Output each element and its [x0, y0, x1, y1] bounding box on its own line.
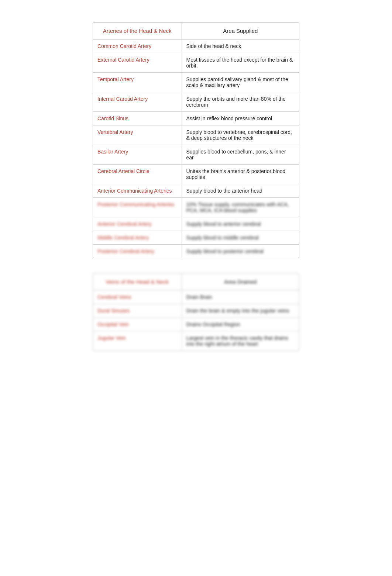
area-supplied: Most tissues of the head except for the … — [182, 53, 299, 73]
artery-name: Common Carotid Artery — [93, 39, 182, 53]
table-row: Common Carotid ArterySide of the head & … — [93, 39, 299, 53]
table1-wrapper: Arteries of the Head & Neck Area Supplie… — [93, 22, 299, 258]
table-row: Temporal ArterySupplies parotid salivary… — [93, 73, 299, 92]
area-supplied: 10% Tissue supply, communicates with ACA… — [182, 198, 299, 217]
artery-name: Cerebral Arterial Circle — [93, 165, 182, 184]
vein-name: Jugular Vein — [93, 331, 182, 351]
artery-name: External Carotid Artery — [93, 53, 182, 73]
table-row: Internal Carotid ArterySupply the orbits… — [93, 92, 299, 112]
table-row: Occipital VeinDrains Occipital Region — [93, 318, 299, 331]
artery-name: Anterior Communicating Arteries — [93, 184, 182, 198]
area-supplied: Supply blood to anterior cerebral — [182, 217, 299, 231]
vein-name: Dural Sinuses — [93, 304, 182, 318]
area-drained: Drains Occipital Region — [182, 318, 299, 331]
table-row: Carotid SinusAssist in reflex blood pres… — [93, 112, 299, 125]
area-supplied: Supply blood to middle cerebral — [182, 231, 299, 245]
table1-col1-header: Arteries of the Head & Neck — [93, 23, 182, 39]
area-supplied: Supply blood to vertebrae, cerebrospinal… — [182, 125, 299, 145]
artery-name: Posterior Communicating Arteries — [93, 198, 182, 217]
table-row: Dural SinusesDrain the brain & empty int… — [93, 304, 299, 318]
area-supplied: Side of the head & neck — [182, 39, 299, 53]
artery-name: Temporal Artery — [93, 73, 182, 92]
table-row: Anterior Cerebral ArterySupply blood to … — [93, 217, 299, 231]
table-row: Vertebral ArterySupply blood to vertebra… — [93, 125, 299, 145]
table1-col2-header: Area Supplied — [182, 23, 299, 39]
area-supplied: Supply blood to the anterior head — [182, 184, 299, 198]
table-row: Anterior Communicating ArteriesSupply bl… — [93, 184, 299, 198]
table-row: Cerebral VeinsDrain Brain — [93, 290, 299, 304]
table2-col1-header: Veins of the Head & Neck — [93, 273, 182, 290]
area-drained: Drain Brain — [182, 290, 299, 304]
area-supplied: Unites the brain's anterior & posterior … — [182, 165, 299, 184]
arteries-table: Arteries of the Head & Neck Area Supplie… — [93, 23, 299, 258]
table-row: Cerebral Arterial CircleUnites the brain… — [93, 165, 299, 184]
table-row: Basilar ArterySupplies blood to cerebell… — [93, 145, 299, 165]
table-row: Jugular VeinLargest vein in the thoracic… — [93, 331, 299, 351]
table-row: External Carotid ArteryMost tissues of t… — [93, 53, 299, 73]
page-container: Arteries of the Head & Neck Area Supplie… — [15, 22, 377, 351]
area-supplied: Assist in reflex blood pressure control — [182, 112, 299, 125]
area-drained: Drain the brain & empty into the jugular… — [182, 304, 299, 318]
table-row: Posterior Communicating Arteries10% Tiss… — [93, 198, 299, 217]
table-row: Posterior Cerebral ArterySupply blood to… — [93, 245, 299, 258]
artery-name: Basilar Artery — [93, 145, 182, 165]
artery-name: Internal Carotid Artery — [93, 92, 182, 112]
area-supplied: Supplies blood to cerebellum, pons, & in… — [182, 145, 299, 165]
artery-name: Carotid Sinus — [93, 112, 182, 125]
artery-name: Anterior Cerebral Artery — [93, 217, 182, 231]
area-supplied: Supply the orbits and more than 80% of t… — [182, 92, 299, 112]
table-row: Middle Cerebral ArterySupply blood to mi… — [93, 231, 299, 245]
area-supplied: Supplies parotid salivary gland & most o… — [182, 73, 299, 92]
artery-name: Posterior Cerebral Artery — [93, 245, 182, 258]
veins-table: Veins of the Head & Neck Area Drained Ce… — [93, 273, 299, 351]
artery-name: Middle Cerebral Artery — [93, 231, 182, 245]
artery-name: Vertebral Artery — [93, 125, 182, 145]
area-drained: Largest vein in the thoracic cavity that… — [182, 331, 299, 351]
area-supplied: Supply blood to posterior cerebral — [182, 245, 299, 258]
table2-col2-header: Area Drained — [182, 273, 299, 290]
table2-wrapper: Veins of the Head & Neck Area Drained Ce… — [93, 273, 299, 351]
vein-name: Occipital Vein — [93, 318, 182, 331]
vein-name: Cerebral Veins — [93, 290, 182, 304]
